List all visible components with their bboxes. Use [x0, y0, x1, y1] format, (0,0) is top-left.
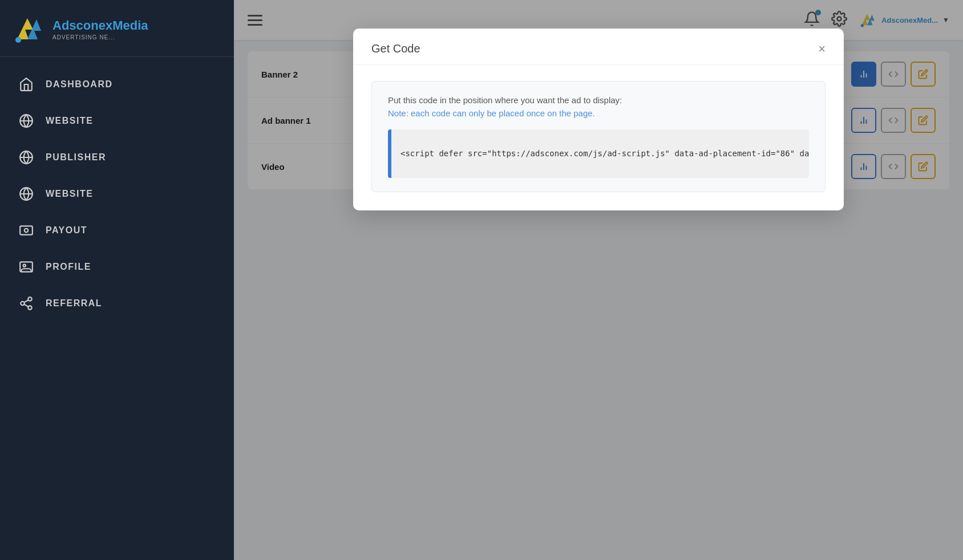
- svg-point-8: [25, 229, 29, 233]
- modal-title: Get Code: [371, 42, 420, 55]
- dollar-icon: [18, 222, 34, 238]
- sidebar-item-dashboard[interactable]: DASHBOARD: [0, 66, 234, 103]
- modal-close-button[interactable]: ×: [818, 43, 826, 55]
- svg-rect-7: [20, 226, 33, 234]
- sidebar-item-label-payout: PAYOUT: [46, 225, 87, 236]
- modal-info-box: Put this code in the position where you …: [371, 81, 826, 192]
- svg-point-10: [23, 265, 26, 267]
- sidebar-item-label-profile: PROFILE: [46, 262, 91, 272]
- sidebar-item-payout[interactable]: PAYOUT: [0, 212, 234, 249]
- svg-line-15: [24, 300, 28, 302]
- svg-point-11: [28, 297, 32, 301]
- sidebar-logo: AdsconexMedia ADVERTISING NE...: [0, 0, 234, 57]
- modal-info-note: Note: each code can only be placed once …: [388, 108, 809, 118]
- sidebar-item-referral[interactable]: REFERRAL: [0, 285, 234, 322]
- modal-header: Get Code ×: [353, 29, 844, 65]
- logo-icon: [11, 14, 46, 45]
- code-block-content: <script defer src="https://adsconex.com/…: [391, 129, 809, 178]
- svg-point-13: [28, 306, 32, 310]
- get-code-modal: Get Code × Put this code in the position…: [353, 29, 844, 210]
- sidebar-item-label-dashboard: DASHBOARD: [46, 79, 113, 90]
- svg-point-3: [15, 37, 21, 43]
- code-block: <script defer src="https://adsconex.com/…: [388, 129, 809, 178]
- publisher-icon: [18, 149, 34, 165]
- modal-info-text: Put this code in the position where you …: [388, 95, 809, 105]
- sidebar-item-label-website: WEBSITE: [46, 116, 93, 126]
- sidebar-navigation: DASHBOARD WEBSITE PUBLISHER: [0, 57, 234, 322]
- svg-point-12: [21, 302, 25, 306]
- svg-line-14: [24, 305, 28, 307]
- sidebar-item-profile[interactable]: PROFILE: [0, 249, 234, 285]
- sidebar-item-publisher[interactable]: PUBLISHER: [0, 139, 234, 176]
- sidebar: AdsconexMedia ADVERTISING NE... DASHBOAR…: [0, 0, 234, 560]
- sidebar-item-label-publisher: PUBLISHER: [46, 152, 106, 163]
- code-snippet-text: <script defer src="https://adsconex.com/…: [400, 147, 809, 161]
- logo-name: AdsconexMedia: [52, 18, 148, 33]
- logo-text: AdsconexMedia ADVERTISING NE...: [52, 18, 148, 40]
- person-icon: [18, 259, 34, 275]
- modal-overlay: Get Code × Put this code in the position…: [234, 0, 963, 560]
- home-icon: [18, 76, 34, 92]
- modal-body: Put this code in the position where you …: [353, 65, 844, 210]
- main-content: AdsconexMed... ▼ Banner 2 Banner Last Mo…: [234, 0, 963, 560]
- globe2-icon: [18, 186, 34, 202]
- logo-tagline: ADVERTISING NE...: [52, 34, 148, 40]
- sidebar-item-website[interactable]: WEBSITE: [0, 103, 234, 139]
- sidebar-item-label-website2: WEBSITE: [46, 189, 93, 199]
- referral-icon: [18, 295, 34, 311]
- sidebar-item-website2[interactable]: WEBSITE: [0, 176, 234, 212]
- globe-icon: [18, 113, 34, 129]
- sidebar-item-label-referral: REFERRAL: [46, 298, 102, 309]
